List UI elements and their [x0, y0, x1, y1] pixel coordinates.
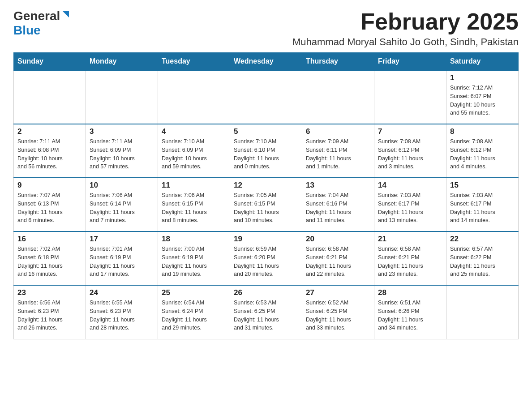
- calendar-cell: 12Sunrise: 7:05 AMSunset: 6:15 PMDayligh…: [230, 178, 302, 231]
- title-section: February 2025 Muhammad Moryal Sahito Jo …: [292, 9, 519, 48]
- logo: General Blue: [13, 9, 70, 38]
- day-number: 16: [17, 235, 82, 244]
- day-info: Sunrise: 7:03 AMSunset: 6:17 PMDaylight:…: [378, 191, 442, 225]
- day-number: 4: [162, 127, 226, 136]
- day-info: Sunrise: 6:57 AMSunset: 6:22 PMDaylight:…: [450, 245, 515, 278]
- month-title: February 2025: [292, 9, 519, 34]
- calendar-cell: 7Sunrise: 7:08 AMSunset: 6:12 PMDaylight…: [374, 124, 446, 178]
- page-header: General Blue February 2025 Muhammad Mory…: [13, 9, 519, 48]
- day-number: 15: [450, 181, 515, 190]
- day-info: Sunrise: 7:04 AMSunset: 6:16 PMDaylight:…: [306, 191, 370, 225]
- day-number: 19: [234, 235, 298, 244]
- calendar-cell: [302, 70, 374, 124]
- day-number: 26: [234, 288, 298, 297]
- calendar-cell: 20Sunrise: 6:58 AMSunset: 6:21 PMDayligh…: [302, 231, 374, 285]
- calendar-cell: 9Sunrise: 7:07 AMSunset: 6:13 PMDaylight…: [14, 178, 86, 231]
- day-number: 21: [378, 235, 442, 244]
- calendar-cell: [374, 70, 446, 124]
- calendar-cell: 10Sunrise: 7:06 AMSunset: 6:14 PMDayligh…: [86, 178, 158, 231]
- calendar-cell: 14Sunrise: 7:03 AMSunset: 6:17 PMDayligh…: [374, 178, 446, 231]
- day-number: 9: [17, 181, 82, 190]
- calendar-cell: 13Sunrise: 7:04 AMSunset: 6:16 PMDayligh…: [302, 178, 374, 231]
- weekday-header-tuesday: Tuesday: [158, 53, 230, 71]
- day-info: Sunrise: 7:07 AMSunset: 6:13 PMDaylight:…: [17, 191, 82, 225]
- calendar-cell: 25Sunrise: 6:54 AMSunset: 6:24 PMDayligh…: [158, 285, 230, 339]
- calendar-cell: 3Sunrise: 7:11 AMSunset: 6:09 PMDaylight…: [86, 124, 158, 178]
- calendar-week-4: 16Sunrise: 7:02 AMSunset: 6:18 PMDayligh…: [14, 231, 519, 285]
- day-info: Sunrise: 6:59 AMSunset: 6:20 PMDaylight:…: [234, 245, 298, 278]
- day-number: 27: [306, 288, 370, 297]
- logo-arrow-icon: [60, 9, 70, 21]
- calendar-cell: 26Sunrise: 6:53 AMSunset: 6:25 PMDayligh…: [230, 285, 302, 339]
- calendar-cell: 24Sunrise: 6:55 AMSunset: 6:23 PMDayligh…: [86, 285, 158, 339]
- calendar-cell: 6Sunrise: 7:09 AMSunset: 6:11 PMDaylight…: [302, 124, 374, 178]
- day-number: 14: [378, 181, 442, 190]
- calendar-cell: 19Sunrise: 6:59 AMSunset: 6:20 PMDayligh…: [230, 231, 302, 285]
- day-number: 17: [90, 235, 154, 244]
- calendar-cell: 2Sunrise: 7:11 AMSunset: 6:08 PMDaylight…: [14, 124, 86, 178]
- calendar-cell: [14, 70, 86, 124]
- day-info: Sunrise: 6:55 AMSunset: 6:23 PMDaylight:…: [90, 299, 154, 332]
- weekday-header-saturday: Saturday: [446, 53, 519, 71]
- day-number: 7: [378, 127, 442, 136]
- calendar-week-5: 23Sunrise: 6:56 AMSunset: 6:23 PMDayligh…: [14, 285, 519, 339]
- calendar-cell: 28Sunrise: 6:51 AMSunset: 6:26 PMDayligh…: [374, 285, 446, 339]
- day-info: Sunrise: 7:02 AMSunset: 6:18 PMDaylight:…: [17, 245, 82, 278]
- calendar-cell: 15Sunrise: 7:03 AMSunset: 6:17 PMDayligh…: [446, 178, 519, 231]
- weekday-header-wednesday: Wednesday: [230, 53, 302, 71]
- day-number: 8: [450, 127, 515, 136]
- calendar-table: SundayMondayTuesdayWednesdayThursdayFrid…: [13, 52, 519, 339]
- day-number: 20: [306, 235, 370, 244]
- day-info: Sunrise: 7:08 AMSunset: 6:12 PMDaylight:…: [450, 137, 515, 171]
- calendar-cell: [230, 70, 302, 124]
- day-number: 6: [306, 127, 370, 136]
- calendar-cell: [86, 70, 158, 124]
- calendar-cell: 22Sunrise: 6:57 AMSunset: 6:22 PMDayligh…: [446, 231, 519, 285]
- calendar-week-3: 9Sunrise: 7:07 AMSunset: 6:13 PMDaylight…: [14, 178, 519, 231]
- day-info: Sunrise: 6:53 AMSunset: 6:25 PMDaylight:…: [234, 299, 298, 332]
- calendar-cell: 18Sunrise: 7:00 AMSunset: 6:19 PMDayligh…: [158, 231, 230, 285]
- day-number: 22: [450, 235, 515, 244]
- calendar-week-1: 1Sunrise: 7:12 AMSunset: 6:07 PMDaylight…: [14, 70, 519, 124]
- day-info: Sunrise: 7:11 AMSunset: 6:08 PMDaylight:…: [17, 137, 82, 171]
- logo-blue-text: Blue: [13, 23, 41, 37]
- calendar-cell: 27Sunrise: 6:52 AMSunset: 6:25 PMDayligh…: [302, 285, 374, 339]
- day-number: 13: [306, 181, 370, 190]
- logo-general-text: General: [13, 9, 60, 23]
- day-info: Sunrise: 7:06 AMSunset: 6:14 PMDaylight:…: [90, 191, 154, 225]
- day-number: 2: [17, 127, 82, 136]
- day-info: Sunrise: 7:10 AMSunset: 6:10 PMDaylight:…: [234, 137, 298, 171]
- calendar-cell: 5Sunrise: 7:10 AMSunset: 6:10 PMDaylight…: [230, 124, 302, 178]
- weekday-header-thursday: Thursday: [302, 53, 374, 71]
- calendar-week-2: 2Sunrise: 7:11 AMSunset: 6:08 PMDaylight…: [14, 124, 519, 178]
- day-info: Sunrise: 7:08 AMSunset: 6:12 PMDaylight:…: [378, 137, 442, 171]
- day-number: 3: [90, 127, 154, 136]
- day-number: 10: [90, 181, 154, 190]
- day-number: 5: [234, 127, 298, 136]
- calendar-cell: [158, 70, 230, 124]
- day-info: Sunrise: 7:12 AMSunset: 6:07 PMDaylight:…: [450, 84, 515, 117]
- day-number: 23: [17, 288, 82, 297]
- location-title: Muhammad Moryal Sahito Jo Goth, Sindh, P…: [292, 36, 519, 48]
- calendar-cell: 1Sunrise: 7:12 AMSunset: 6:07 PMDaylight…: [446, 70, 519, 124]
- day-info: Sunrise: 7:01 AMSunset: 6:19 PMDaylight:…: [90, 245, 154, 278]
- calendar-cell: 16Sunrise: 7:02 AMSunset: 6:18 PMDayligh…: [14, 231, 86, 285]
- day-info: Sunrise: 6:56 AMSunset: 6:23 PMDaylight:…: [17, 299, 82, 332]
- calendar-cell: 8Sunrise: 7:08 AMSunset: 6:12 PMDaylight…: [446, 124, 519, 178]
- day-number: 25: [162, 288, 226, 297]
- svg-marker-0: [63, 11, 69, 17]
- day-info: Sunrise: 7:05 AMSunset: 6:15 PMDaylight:…: [234, 191, 298, 225]
- day-number: 28: [378, 288, 442, 297]
- weekday-header-sunday: Sunday: [14, 53, 86, 71]
- calendar-cell: 4Sunrise: 7:10 AMSunset: 6:09 PMDaylight…: [158, 124, 230, 178]
- day-info: Sunrise: 6:54 AMSunset: 6:24 PMDaylight:…: [162, 299, 226, 332]
- day-number: 24: [90, 288, 154, 297]
- day-number: 11: [162, 181, 226, 190]
- calendar-header-row: SundayMondayTuesdayWednesdayThursdayFrid…: [14, 53, 519, 71]
- day-info: Sunrise: 7:11 AMSunset: 6:09 PMDaylight:…: [90, 137, 154, 171]
- day-info: Sunrise: 7:09 AMSunset: 6:11 PMDaylight:…: [306, 137, 370, 171]
- day-info: Sunrise: 6:52 AMSunset: 6:25 PMDaylight:…: [306, 299, 370, 332]
- calendar-cell: 23Sunrise: 6:56 AMSunset: 6:23 PMDayligh…: [14, 285, 86, 339]
- day-number: 1: [450, 73, 515, 82]
- calendar-cell: 11Sunrise: 7:06 AMSunset: 6:15 PMDayligh…: [158, 178, 230, 231]
